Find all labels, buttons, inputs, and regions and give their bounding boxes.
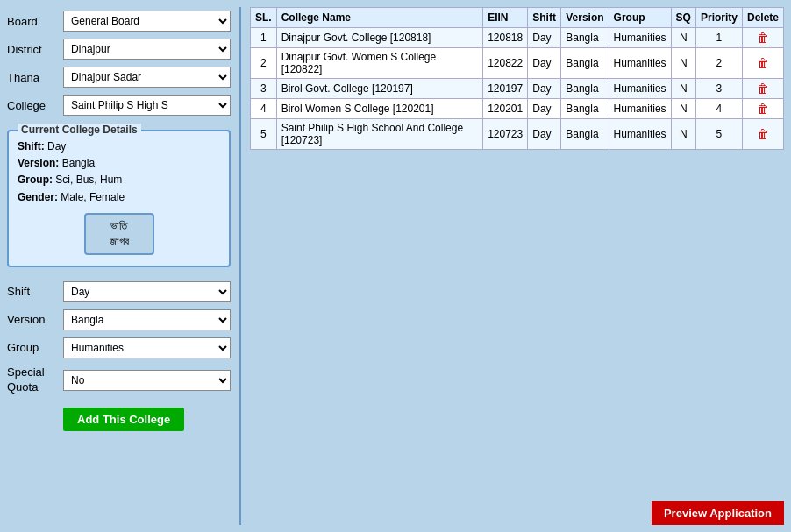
cell-priority: 5	[695, 119, 742, 150]
special-quota-select[interactable]: No	[63, 370, 231, 391]
cell-delete: 🗑	[742, 28, 783, 48]
version-row: Version Bangla	[7, 309, 231, 330]
cell-college-name: Saint Philip S High School And College […	[276, 119, 483, 150]
college-details-text: Shift: Day Version: Bangla Group: Sci, B…	[18, 138, 220, 206]
cell-group: Humanities	[609, 119, 671, 150]
cell-delete: 🗑	[742, 119, 783, 150]
cell-shift: Day	[528, 99, 561, 119]
cell-eiin: 120723	[483, 119, 528, 150]
cell-priority: 2	[695, 48, 742, 79]
bangla-button[interactable]: ভাতিজাগব	[84, 213, 154, 255]
cell-eiin: 120822	[483, 48, 528, 79]
cell-delete: 🗑	[742, 79, 783, 99]
table-row: 4 Birol Women S College [120201] 120201 …	[251, 99, 784, 119]
cell-sq: N	[671, 79, 695, 99]
special-quota-row: Special Quota No	[7, 365, 231, 395]
delete-icon[interactable]: 🗑	[757, 82, 769, 96]
board-select[interactable]: General Board	[63, 11, 231, 32]
cell-shift: Day	[528, 28, 561, 48]
header-college-name: College Name	[276, 8, 483, 28]
delete-icon[interactable]: 🗑	[757, 56, 769, 70]
district-select[interactable]: Dinajpur	[63, 39, 231, 60]
version-select[interactable]: Bangla	[63, 309, 231, 330]
lower-form: Shift Day Version Bangla Group Humanitie…	[7, 281, 231, 431]
table-body: 1 Dinajpur Govt. College [120818] 120818…	[251, 28, 784, 150]
board-label: Board	[7, 15, 58, 28]
district-row: District Dinajpur	[7, 39, 231, 60]
cell-shift: Day	[528, 79, 561, 99]
cell-priority: 3	[695, 79, 742, 99]
preview-application-button[interactable]: Preview Application	[652, 501, 784, 525]
add-college-button[interactable]: Add This College	[63, 408, 184, 431]
right-panel: SL. College Name EIIN Shift Version Grou…	[250, 7, 784, 525]
table-header-row: SL. College Name EIIN Shift Version Grou…	[251, 8, 784, 28]
version-detail-value: Bangla	[62, 157, 95, 169]
cell-sq: N	[671, 119, 695, 150]
table-row: 3 Birol Govt. College [120197] 120197 Da…	[251, 79, 784, 99]
cell-sl: 2	[251, 48, 277, 79]
cell-sl: 5	[251, 119, 277, 150]
thana-select[interactable]: Dinajpur Sadar	[63, 67, 231, 88]
shift-select[interactable]: Day	[63, 281, 231, 302]
special-quota-label: Special Quota	[7, 365, 58, 395]
header-shift: Shift	[528, 8, 561, 28]
cell-version: Bangla	[561, 48, 609, 79]
cell-college-name: Birol Govt. College [120197]	[276, 79, 483, 99]
cell-priority: 1	[695, 28, 742, 48]
delete-icon[interactable]: 🗑	[757, 127, 769, 141]
cell-group: Humanities	[609, 28, 671, 48]
board-row: Board General Board	[7, 11, 231, 32]
college-table: SL. College Name EIIN Shift Version Grou…	[250, 7, 784, 150]
bangla-text: ভাতিজাগব	[110, 218, 129, 250]
top-form-section: Board General Board District Dinajpur Th…	[7, 7, 231, 126]
college-row: College Saint Philip S High S	[7, 95, 231, 116]
vertical-divider	[239, 7, 241, 525]
header-priority: Priority	[695, 8, 742, 28]
group-row: Group Humanities	[7, 337, 231, 358]
cell-sl: 4	[251, 99, 277, 119]
table-row: 5 Saint Philip S High School And College…	[251, 119, 784, 150]
version-label: Version	[7, 313, 58, 326]
shift-label: Shift	[7, 285, 58, 298]
cell-sq: N	[671, 48, 695, 79]
shift-row: Shift Day	[7, 281, 231, 302]
header-delete: Delete	[742, 8, 783, 28]
header-eiin: EIIN	[483, 8, 528, 28]
cell-priority: 4	[695, 99, 742, 119]
cell-delete: 🗑	[742, 48, 783, 79]
header-sq: SQ	[671, 8, 695, 28]
cell-version: Bangla	[561, 119, 609, 150]
left-panel: Board General Board District Dinajpur Th…	[7, 7, 231, 525]
header-group: Group	[609, 8, 671, 28]
cell-version: Bangla	[561, 28, 609, 48]
shift-detail-label: Shift:	[18, 140, 45, 153]
gender-detail-label: Gender:	[18, 191, 58, 203]
shift-detail-value: Day	[47, 140, 66, 153]
group-select[interactable]: Humanities	[63, 337, 231, 358]
cell-eiin: 120818	[483, 28, 528, 48]
college-label: College	[7, 99, 58, 112]
header-version: Version	[561, 8, 609, 28]
cell-sl: 1	[251, 28, 277, 48]
cell-version: Bangla	[561, 99, 609, 119]
cell-sl: 3	[251, 79, 277, 99]
cell-shift: Day	[528, 48, 561, 79]
cell-version: Bangla	[561, 79, 609, 99]
college-details-box: Current College Details Shift: Day Versi…	[7, 130, 231, 267]
cell-college-name: Birol Women S College [120201]	[276, 99, 483, 119]
cell-group: Humanities	[609, 99, 671, 119]
header-sl: SL.	[251, 8, 277, 28]
cell-delete: 🗑	[742, 99, 783, 119]
college-select[interactable]: Saint Philip S High S	[63, 95, 231, 116]
delete-icon[interactable]: 🗑	[757, 102, 769, 116]
table-row: 2 Dinajpur Govt. Women S College [120822…	[251, 48, 784, 79]
district-label: District	[7, 43, 58, 56]
cell-sq: N	[671, 99, 695, 119]
version-detail-label: Version:	[18, 157, 59, 169]
gender-detail-value: Male, Female	[61, 191, 125, 203]
cell-sq: N	[671, 28, 695, 48]
group-label: Group	[7, 341, 58, 354]
college-details-title: Current College Details	[18, 124, 141, 136]
delete-icon[interactable]: 🗑	[757, 31, 769, 45]
thana-row: Thana Dinajpur Sadar	[7, 67, 231, 88]
